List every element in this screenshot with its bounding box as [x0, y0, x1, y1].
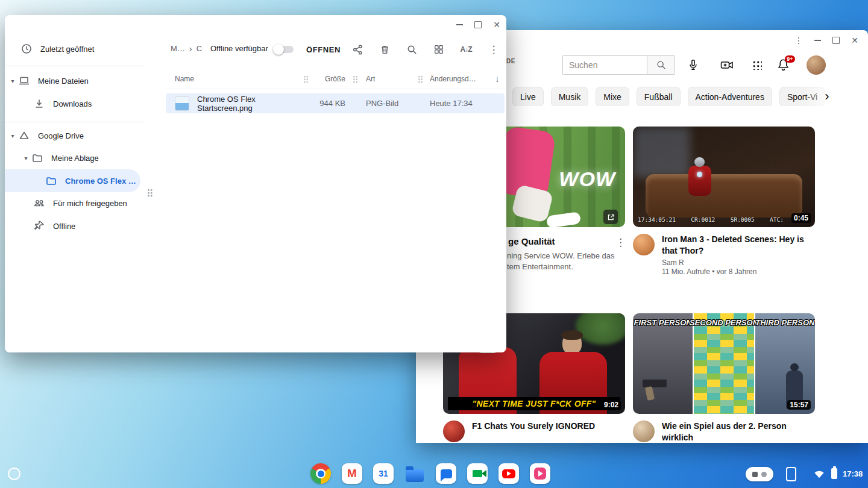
pin-icon	[33, 220, 45, 232]
chip-fussball[interactable]: Fußball	[637, 87, 681, 106]
search-button[interactable]	[405, 43, 418, 56]
panel-second-person: SECOND PERSON	[693, 313, 753, 414]
toggle-knob	[273, 44, 284, 55]
column-header-name[interactable]: Name	[166, 75, 303, 83]
shelf-item-chrome[interactable]	[309, 462, 332, 485]
battery-icon[interactable]	[831, 468, 837, 479]
sidebar-label: Chrome OS Flex …	[65, 177, 136, 186]
create-video-button[interactable]	[720, 58, 734, 72]
chip-musik[interactable]: Musik	[551, 87, 589, 106]
sidebar-item-my-drive[interactable]: ▾ Meine Ablage	[5, 146, 145, 169]
couch-shape	[646, 174, 802, 217]
channel-avatar[interactable]	[633, 421, 655, 442]
sidebar-item-offline[interactable]: Offline	[5, 214, 145, 237]
shelf-apps: M 31	[309, 462, 552, 485]
more-options-button[interactable]: ⋮	[487, 43, 500, 56]
chrome-icon	[310, 463, 331, 484]
channel-name[interactable]: Sam R	[662, 258, 811, 267]
sidebar-label: Für mich freigegeben	[53, 199, 127, 208]
browser-close-button[interactable]: ✕	[850, 36, 860, 45]
sidebar-resize-handle[interactable]	[147, 189, 153, 198]
camera-roll-text: CR:0012	[691, 216, 715, 223]
chip-action-adventures[interactable]: Action-Adventures	[688, 87, 772, 106]
sidebar-item-my-files[interactable]: ▾ Meine Dateien	[5, 69, 145, 92]
column-header-type[interactable]: Art	[357, 75, 418, 83]
file-list-header: Name Größe Art Änderungsd… ↓	[166, 69, 505, 89]
expand-arrow-icon[interactable]: ▾	[22, 155, 30, 161]
account-avatar[interactable]	[807, 55, 826, 75]
shelf-item-media[interactable]	[529, 462, 552, 485]
file-row[interactable]: Chrome OS Flex Startscreen.png 944 KB PN…	[166, 93, 505, 113]
desktop-wallpaper: ⋮ ✕ DE 9+ Live Musik	[0, 0, 868, 488]
shelf-item-chat[interactable]	[435, 462, 458, 485]
video-title[interactable]: Wie ein Spiel aus der 2. Person wirklich…	[662, 421, 811, 443]
video-title[interactable]: Iron Man 3 - Deleted Scenes: Hey is that…	[662, 234, 811, 257]
channel-avatar[interactable]	[443, 421, 465, 442]
video-title[interactable]: F1 Chats You Surely IGNORED	[472, 421, 621, 432]
column-drag-handle[interactable]	[418, 75, 423, 83]
notification-icon	[752, 472, 758, 477]
category-chips-bar: Live Musik Mixe Fußball Action-Adventure…	[512, 87, 833, 106]
video-duration-badge: 9:02	[602, 400, 621, 410]
apps-grid-button[interactable]	[750, 58, 764, 72]
sidebar-item-shared-with-me[interactable]: Für mich freigegeben	[5, 192, 145, 214]
channel-avatar[interactable]	[633, 234, 655, 255]
laptop-icon	[18, 75, 30, 87]
video-thumbnail[interactable]: FIRST PERSON SECOND PERSON THIRD PERSON …	[633, 313, 815, 414]
browser-minimize-button[interactable]	[813, 36, 822, 45]
plant-shape	[576, 313, 625, 345]
video-title[interactable]: ge Qualität	[508, 236, 555, 246]
grid-view-button[interactable]	[432, 43, 445, 56]
delete-button[interactable]	[378, 43, 391, 56]
browser-menu-icon[interactable]: ⋮	[794, 36, 804, 45]
phone-hub-icon[interactable]	[786, 467, 796, 481]
shelf-item-calendar[interactable]: 31	[372, 462, 395, 485]
share-button[interactable]	[351, 43, 364, 56]
launcher-button[interactable]	[8, 468, 20, 480]
breadcrumb-item[interactable]: M…	[171, 44, 185, 53]
sidebar-item-downloads[interactable]: Downloads	[5, 92, 145, 115]
breadcrumb-item[interactable]: C…	[197, 44, 202, 53]
chip-mixe[interactable]: Mixe	[596, 87, 629, 106]
offline-toggle[interactable]	[274, 46, 294, 53]
file-modified: Heute 17:34	[423, 99, 490, 108]
clock-time[interactable]: 17:38	[843, 469, 863, 478]
sidebar-item-google-drive[interactable]: ▾ Google Drive	[5, 124, 145, 147]
window-light-shape	[633, 127, 690, 178]
shelf-item-gmail[interactable]: M	[341, 462, 363, 485]
files-maximize-button[interactable]	[473, 20, 483, 30]
video-thumbnail[interactable]: 17:34:05:21 CR:0012 SR:0005 ATC: 0:45	[633, 127, 815, 227]
media-play-icon	[534, 468, 546, 480]
files-minimize-button[interactable]	[454, 20, 464, 30]
open-button[interactable]: ÖFFNEN	[303, 43, 344, 57]
column-header-modified[interactable]: Änderungsd…	[423, 75, 490, 83]
ad-description-line: tem Entertainment.	[507, 262, 573, 271]
wifi-icon[interactable]	[813, 468, 826, 481]
sidebar-item-recent[interactable]: Zuletzt geöffnet	[5, 37, 145, 60]
notification-badge: 9+	[785, 55, 795, 63]
shelf-item-youtube[interactable]	[497, 462, 520, 485]
search-button[interactable]	[647, 55, 675, 75]
sidebar-divider	[5, 122, 145, 122]
search-input[interactable]	[562, 55, 647, 75]
microphone-button[interactable]	[686, 58, 700, 72]
expand-arrow-icon[interactable]: ▾	[8, 133, 17, 139]
sort-button[interactable]: A↓Z	[459, 43, 473, 56]
column-header-size[interactable]: Größe	[308, 75, 345, 83]
chip-live[interactable]: Live	[512, 87, 544, 106]
shelf-item-meet[interactable]	[466, 462, 489, 485]
video-menu-icon[interactable]: ⋮	[615, 236, 626, 249]
sort-direction-icon[interactable]: ↓	[490, 74, 505, 84]
sidebar-item-chrome-os-flex-folder[interactable]: Chrome OS Flex …	[5, 169, 140, 192]
shelf-item-files[interactable]	[403, 462, 426, 485]
column-drag-handle[interactable]	[303, 75, 308, 83]
chips-scroll-right-button[interactable]: ›	[817, 87, 837, 106]
notifications-button[interactable]: 9+	[776, 57, 791, 73]
browser-maximize-button[interactable]	[831, 36, 841, 45]
trash-icon	[379, 44, 391, 55]
files-close-button[interactable]: ✕	[492, 20, 502, 30]
notification-tray-pill[interactable]	[746, 467, 773, 481]
column-drag-handle[interactable]	[353, 75, 357, 83]
expand-arrow-icon[interactable]: ▾	[8, 78, 17, 84]
file-list: Name Größe Art Änderungsd… ↓ Chrome OS F…	[166, 69, 505, 113]
